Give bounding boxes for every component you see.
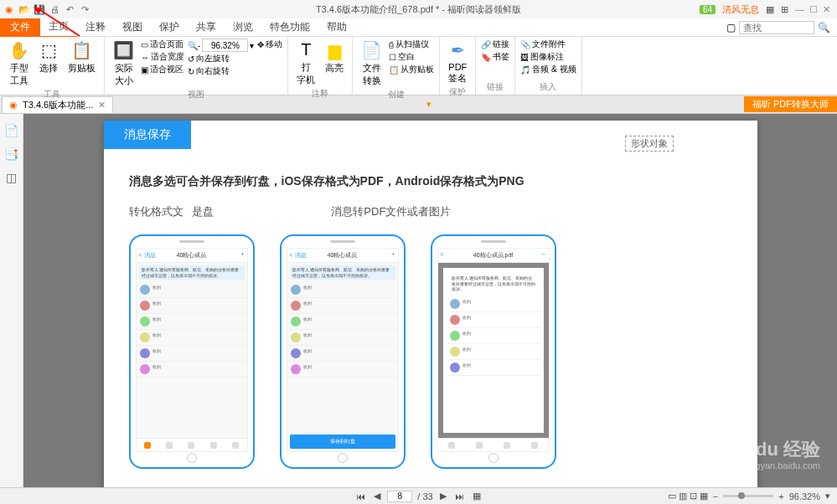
document-viewport[interactable]: 消息保存 形状对象 消息多选可合并保存到钉盘，iOS保存格式为PDF，Andro…	[23, 114, 837, 487]
hand-icon: ✋	[8, 40, 29, 60]
zoom-level: 96.32%	[789, 491, 820, 501]
notification-badge[interactable]: 64	[700, 5, 716, 14]
group-label-tools: 工具	[5, 89, 99, 100]
grid-icon[interactable]: ⊞	[781, 4, 788, 15]
pdf-sign-button[interactable]: ✒PDF 签名	[445, 39, 470, 86]
first-page-button[interactable]: ⏮	[354, 491, 367, 501]
save-icon[interactable]: 💾	[34, 3, 45, 15]
link-button[interactable]: 🔗链接	[481, 39, 509, 50]
user-status[interactable]: 清风无息	[722, 3, 759, 16]
zoom-dropdown-icon[interactable]: ▾	[250, 41, 254, 50]
image-annot-button[interactable]: 🖼图像标注	[520, 51, 576, 63]
quick-access-toolbar: ◉ 📂 💾 🖨 ↶ ↷	[0, 3, 90, 15]
rotate-left-icon: ↺	[188, 54, 194, 64]
move-button[interactable]: ✥移动	[257, 39, 282, 50]
search-icon[interactable]: 🔍	[818, 22, 830, 33]
phone-mockup-3: <40核心成员.pdf⋯ @所有人 通知所有服务商、航信、采购的业务对接要经过城…	[431, 234, 556, 469]
group-label-protect: 保护	[445, 86, 470, 98]
watermark-url: jingyan.baidu.com	[746, 460, 820, 471]
zoom-in-button[interactable]: +	[778, 491, 783, 501]
menu-features[interactable]: 特色功能	[261, 18, 318, 37]
cursor-icon: ⬚	[41, 40, 57, 60]
menu-bar: 文件 主页 注释 视图 保护 共享 浏览 特色功能 帮助 ▢ 🔍	[0, 18, 837, 37]
fit-page-icon: ▭	[141, 40, 148, 49]
status-bar: ⏮ ◀ / 33 ▶ ⏭ ▦ ▭ ▥ ⊡ ▦ − + 96.32% ▾	[0, 487, 837, 504]
highlight-button[interactable]: ▆高亮	[322, 39, 347, 76]
highlight-icon: ▆	[328, 40, 341, 60]
typewriter-button[interactable]: T打 字机	[293, 39, 318, 88]
page-layout-button[interactable]: ▦	[471, 491, 483, 501]
group-label-links: 链接	[481, 81, 509, 93]
sidebar-bookmarks-icon[interactable]: 📑	[4, 147, 18, 161]
menu-browse[interactable]: 浏览	[225, 18, 261, 37]
phone-mockup-1: < 消息40核心成员+ @所有人 通知所有服务商、航信、采购的业务对接要经过城市…	[129, 234, 255, 469]
scanner-icon: ⎙	[389, 40, 394, 49]
app-icon: ◉	[3, 3, 15, 15]
search-input[interactable]	[739, 21, 814, 34]
blank-icon: ☐	[389, 53, 396, 62]
open-icon[interactable]: 📂	[18, 3, 30, 15]
from-scanner-button[interactable]: ⎙从扫描仪	[389, 39, 434, 50]
group-label-insert: 插入	[520, 81, 576, 93]
prev-page-button[interactable]: ◀	[372, 491, 382, 501]
sidebar-layers-icon[interactable]: ◫	[6, 171, 17, 184]
file-convert-icon: 📄	[361, 40, 382, 60]
menu-protect[interactable]: 保护	[151, 18, 188, 37]
zoom-dropdown[interactable]: ▾	[825, 491, 830, 501]
zoom-out-icon[interactable]: 🔍-	[188, 41, 200, 50]
rotate-right-button[interactable]: ↻向右旋转	[188, 65, 254, 77]
document-title: T3.4.6版本功能介绍_678.pdf * - 福昕阅读器领鲜版	[316, 3, 521, 16]
actual-size-icon: 🔲	[113, 40, 134, 60]
next-page-button[interactable]: ▶	[438, 491, 448, 501]
promo-banner[interactable]: 福昕 PDF转换大师	[744, 96, 837, 112]
fit-page-button[interactable]: ▭适合页面	[141, 39, 184, 50]
subtitles-row: 转化格式文 是盘 消息转PDF文件或者图片	[129, 204, 732, 219]
clipboard-button[interactable]: 📋剪贴板	[65, 39, 99, 76]
skin-icon[interactable]: ▦	[766, 4, 774, 15]
print-icon[interactable]: 🖨	[49, 3, 60, 15]
bookmark-button[interactable]: 🔖书签	[481, 51, 509, 63]
close-button[interactable]: ✕	[823, 4, 830, 15]
fit-visible-button[interactable]: ▣适合视区	[141, 64, 184, 75]
pdf-page: 消息保存 形状对象 消息多选可合并保存到钉盘，iOS保存格式为PDF，Andro…	[104, 121, 757, 487]
zoom-out-button[interactable]: −	[713, 491, 718, 501]
menu-annotate[interactable]: 注释	[77, 18, 114, 37]
from-clipboard-button[interactable]: 📋从剪贴板	[389, 64, 434, 75]
paste-icon: 📋	[389, 65, 399, 75]
maximize-button[interactable]: ☐	[809, 4, 818, 15]
audio-video-button[interactable]: 🎵音频 & 视频	[520, 64, 576, 75]
menu-help[interactable]: 帮助	[318, 18, 355, 37]
attach-icon: 📎	[520, 40, 530, 49]
phone-mockup-2: < 消息40核心成员+ @所有人 通知所有服务商、航信、采购的业务对接要经过城市…	[280, 234, 406, 469]
undo-icon[interactable]: ↶	[64, 3, 75, 15]
clipboard-icon: 📋	[71, 40, 92, 60]
rotate-left-button[interactable]: ↺向左旋转	[188, 53, 254, 64]
ribbon-toggle-icon[interactable]: ▢	[726, 22, 736, 33]
shape-annotation[interactable]: 形状对象	[625, 136, 674, 152]
menu-view[interactable]: 视图	[114, 18, 151, 37]
file-attach-button[interactable]: 📎文件附件	[520, 39, 576, 50]
group-label-view: 视图	[110, 89, 282, 100]
fit-width-button[interactable]: ↔适合宽度	[141, 51, 184, 63]
main-area: 📄 📑 ◫ 消息保存 形状对象 消息多选可合并保存到钉盘，iOS保存格式为PDF…	[0, 114, 837, 487]
sidebar-pages-icon[interactable]: 📄	[4, 124, 18, 137]
tab-close-icon[interactable]: ✕	[98, 100, 106, 111]
last-page-button[interactable]: ⏭	[453, 491, 466, 501]
menu-home[interactable]: 主页	[40, 17, 77, 38]
actual-size-button[interactable]: 🔲实际 大小	[110, 39, 137, 89]
zoom-input[interactable]	[202, 39, 248, 52]
select-tool-button[interactable]: ⬚选择	[36, 39, 61, 76]
file-menu[interactable]: 文件	[0, 18, 40, 37]
link-icon: 🔗	[481, 40, 491, 49]
file-convert-button[interactable]: 📄文件 转换	[358, 39, 385, 89]
zoom-slider[interactable]	[723, 495, 773, 497]
page-number-input[interactable]	[387, 491, 412, 502]
left-sidebar: 📄 📑 ◫	[0, 114, 23, 487]
view-mode-icons[interactable]: ▭ ▥ ⊡ ▦	[668, 491, 708, 501]
redo-icon[interactable]: ↷	[79, 3, 90, 15]
blank-button[interactable]: ☐空白	[389, 51, 434, 63]
fit-visible-icon: ▣	[141, 65, 148, 75]
menu-share[interactable]: 共享	[188, 18, 225, 37]
hand-tool-button[interactable]: ✋手型 工具	[5, 39, 33, 89]
minimize-button[interactable]: —	[795, 4, 804, 15]
